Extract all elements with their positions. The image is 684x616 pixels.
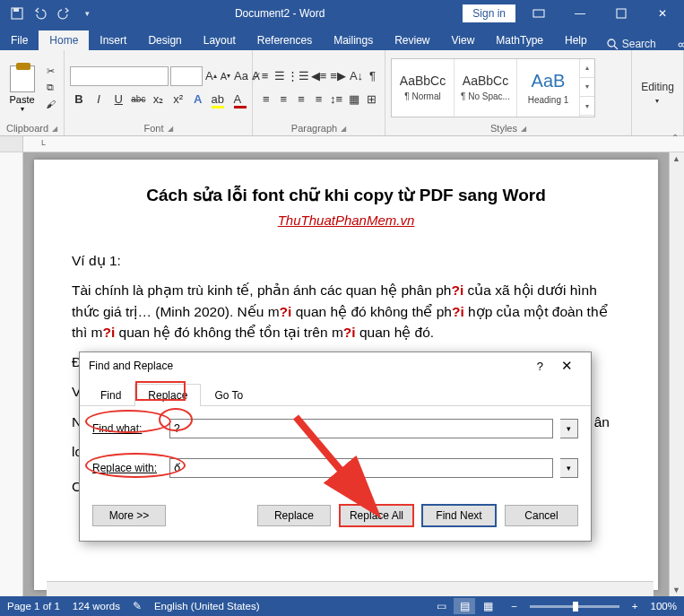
font-launcher-icon[interactable]: ◢: [168, 125, 173, 133]
align-center-icon[interactable]: ≡: [276, 90, 292, 109]
zoom-out-icon[interactable]: −: [511, 601, 517, 612]
shrink-font-icon[interactable]: A▾: [220, 66, 231, 86]
decrease-indent-icon[interactable]: ◀≡: [310, 66, 328, 86]
find-next-button[interactable]: Find Next: [422, 505, 496, 526]
status-language[interactable]: English (United States): [154, 601, 260, 612]
borders-icon[interactable]: ⊞: [363, 90, 379, 109]
signin-button[interactable]: Sign in: [463, 4, 515, 22]
more-button[interactable]: More >>: [92, 505, 166, 526]
tab-layout[interactable]: Layout: [193, 30, 247, 50]
dialog-close-icon[interactable]: ✕: [552, 358, 582, 374]
multilevel-icon[interactable]: ⋮☰: [289, 66, 308, 86]
sort-icon[interactable]: A↓: [349, 66, 364, 86]
tab-mathtype[interactable]: MathType: [485, 30, 554, 50]
styles-launcher-icon[interactable]: ◢: [521, 125, 526, 133]
italic-button[interactable]: I: [90, 90, 108, 109]
save-icon[interactable]: [7, 4, 27, 23]
justify-icon[interactable]: ≡: [311, 90, 327, 109]
numbering-icon[interactable]: ☰: [273, 66, 287, 86]
styles-gallery[interactable]: AaBbCc ¶ Normal AaBbCc ¶ No Spac... AaB …: [391, 58, 595, 117]
align-left-icon[interactable]: ≡: [258, 90, 274, 109]
minimize-button[interactable]: —: [562, 0, 598, 27]
editing-dropdown[interactable]: Editing▾: [637, 77, 678, 109]
tab-home[interactable]: Home: [39, 30, 89, 50]
styles-scroll[interactable]: ▴▾▾: [580, 59, 594, 117]
status-page[interactable]: Page 1 of 1: [7, 601, 60, 612]
font-color-icon[interactable]: A: [229, 90, 247, 109]
superscript-button[interactable]: x²: [169, 90, 187, 109]
tab-help[interactable]: Help: [554, 30, 598, 50]
print-layout-icon[interactable]: ▤: [454, 598, 475, 614]
font-family-select[interactable]: [70, 66, 169, 86]
tell-me-search[interactable]: Search: [598, 38, 665, 50]
format-painter-icon[interactable]: 🖌: [42, 97, 58, 111]
maximize-button[interactable]: [603, 0, 639, 27]
bold-button[interactable]: B: [70, 90, 88, 109]
web-layout-icon[interactable]: ▦: [477, 598, 498, 614]
tab-view[interactable]: View: [441, 30, 486, 50]
copy-icon[interactable]: ⧉: [42, 81, 58, 95]
vertical-ruler[interactable]: [0, 152, 23, 596]
dialog-tab-replace[interactable]: Replace: [134, 384, 201, 406]
replace-button[interactable]: Replace: [257, 505, 331, 526]
highlight-icon[interactable]: ab: [209, 90, 227, 109]
replace-with-input[interactable]: [169, 458, 553, 478]
share-button[interactable]: Share: [665, 38, 684, 50]
vertical-scrollbar[interactable]: [669, 152, 684, 596]
cancel-button[interactable]: Cancel: [505, 505, 578, 526]
dialog-titlebar[interactable]: Find and Replace ? ✕: [80, 352, 591, 379]
find-what-dropdown-icon[interactable]: ▾: [560, 419, 578, 438]
tab-file[interactable]: File: [0, 30, 39, 50]
underline-button[interactable]: U: [109, 90, 127, 109]
window-title: Document2 - Word: [97, 7, 463, 20]
show-marks-icon[interactable]: ¶: [366, 66, 379, 86]
redo-icon[interactable]: [54, 4, 74, 23]
paste-label: Paste: [9, 94, 34, 105]
dialog-tab-find[interactable]: Find: [87, 384, 134, 406]
zoom-in-icon[interactable]: +: [632, 601, 638, 612]
tab-review[interactable]: Review: [384, 30, 440, 50]
font-size-select[interactable]: [170, 66, 203, 86]
strikethrough-button[interactable]: abc: [129, 90, 147, 109]
status-words[interactable]: 124 words: [73, 601, 120, 612]
shading-icon[interactable]: ▦: [346, 90, 362, 109]
read-mode-icon[interactable]: ▭: [430, 598, 452, 614]
style-normal[interactable]: AaBbCc ¶ Normal: [392, 59, 455, 117]
replace-with-dropdown-icon[interactable]: ▾: [560, 458, 578, 478]
paste-icon: [10, 65, 35, 92]
dialog-tab-goto[interactable]: Go To: [201, 384, 256, 406]
line-spacing-icon[interactable]: ↕≡: [328, 90, 344, 109]
grow-font-icon[interactable]: A▴: [204, 66, 218, 86]
style-heading1[interactable]: AaB Heading 1: [517, 59, 580, 117]
qat-customize-icon[interactable]: ▾: [77, 4, 97, 23]
zoom-level[interactable]: 100%: [651, 601, 677, 612]
tab-design[interactable]: Design: [137, 30, 192, 50]
zoom-slider[interactable]: [530, 605, 619, 608]
undo-icon[interactable]: [30, 4, 50, 23]
svg-rect-2: [533, 10, 544, 17]
subscript-button[interactable]: x₂: [149, 90, 167, 109]
find-what-input[interactable]: [169, 419, 553, 438]
horizontal-scrollbar[interactable]: [47, 581, 654, 596]
tab-insert[interactable]: Insert: [89, 30, 137, 50]
replace-all-button[interactable]: Replace All: [340, 505, 413, 526]
tab-mailings[interactable]: Mailings: [323, 30, 384, 50]
align-right-icon[interactable]: ≡: [293, 90, 309, 109]
paragraph-launcher-icon[interactable]: ◢: [341, 125, 346, 133]
group-clipboard: Paste ▾ ✂ ⧉ 🖌 Clipboard◢: [0, 50, 65, 135]
clipboard-launcher-icon[interactable]: ◢: [52, 125, 57, 133]
horizontal-ruler[interactable]: L: [0, 136, 684, 152]
text-effects-icon[interactable]: A: [189, 90, 207, 109]
cut-icon[interactable]: ✂: [42, 65, 58, 79]
doc-paragraph: Ví dụ 1:: [72, 250, 620, 271]
ribbon-display-icon[interactable]: [521, 0, 557, 27]
dialog-help-icon[interactable]: ?: [528, 360, 552, 373]
close-button[interactable]: ✕: [645, 0, 680, 27]
change-case-icon[interactable]: Aa: [233, 66, 249, 86]
tab-references[interactable]: References: [247, 30, 323, 50]
increase-indent-icon[interactable]: ≡▶: [329, 66, 347, 86]
bullets-icon[interactable]: ≡: [258, 66, 272, 86]
style-no-spacing[interactable]: AaBbCc ¶ No Spac...: [455, 59, 517, 117]
paste-button[interactable]: Paste ▾: [5, 62, 39, 113]
status-proofing-icon[interactable]: ✎: [133, 600, 142, 612]
